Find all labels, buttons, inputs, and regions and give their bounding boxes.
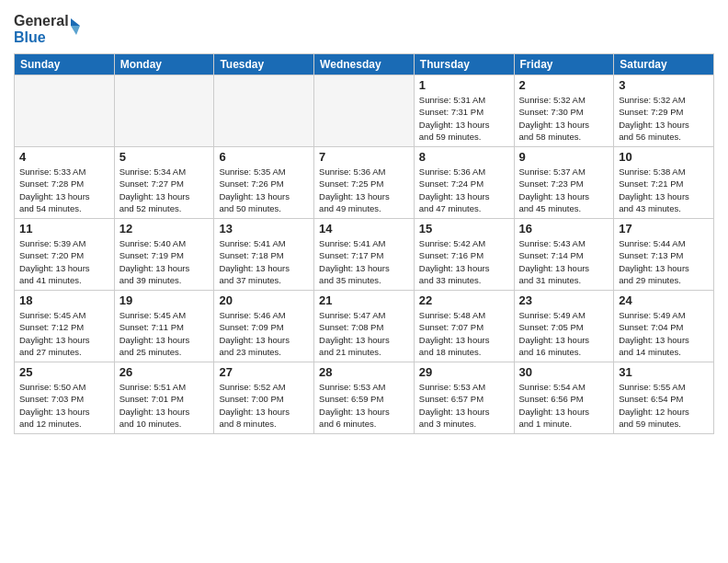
day-number: 7 — [319, 150, 409, 164]
day-info: Sunrise: 5:36 AM Sunset: 7:25 PM Dayligh… — [319, 166, 409, 214]
calendar-cell — [214, 75, 314, 147]
day-number: 31 — [619, 365, 709, 379]
day-number: 11 — [19, 222, 109, 236]
day-number: 21 — [319, 293, 409, 307]
calendar-cell: 1Sunrise: 5:31 AM Sunset: 7:31 PM Daylig… — [414, 75, 514, 147]
day-info: Sunrise: 5:41 AM Sunset: 7:18 PM Dayligh… — [219, 237, 309, 286]
calendar-cell: 10Sunrise: 5:38 AM Sunset: 7:21 PM Dayli… — [614, 147, 714, 219]
calendar-week-3: 11Sunrise: 5:39 AM Sunset: 7:20 PM Dayli… — [15, 219, 714, 291]
day-info: Sunrise: 5:41 AM Sunset: 7:17 PM Dayligh… — [319, 237, 409, 286]
calendar-cell: 25Sunrise: 5:50 AM Sunset: 7:03 PM Dayli… — [15, 362, 115, 434]
day-number: 19 — [119, 293, 210, 307]
calendar-cell: 3Sunrise: 5:32 AM Sunset: 7:29 PM Daylig… — [614, 75, 714, 147]
calendar-cell: 29Sunrise: 5:53 AM Sunset: 6:57 PM Dayli… — [414, 362, 514, 434]
day-number: 26 — [119, 365, 210, 379]
day-number: 8 — [419, 150, 509, 164]
calendar-cell — [314, 75, 415, 147]
day-info: Sunrise: 5:52 AM Sunset: 7:00 PM Dayligh… — [219, 381, 309, 430]
calendar-cell: 2Sunrise: 5:32 AM Sunset: 7:30 PM Daylig… — [514, 75, 614, 147]
day-info: Sunrise: 5:32 AM Sunset: 7:30 PM Dayligh… — [519, 94, 609, 143]
day-number: 29 — [419, 365, 509, 379]
day-number: 16 — [519, 222, 609, 236]
calendar-cell: 27Sunrise: 5:52 AM Sunset: 7:00 PM Dayli… — [214, 362, 314, 434]
day-number: 28 — [319, 365, 409, 379]
calendar-cell: 17Sunrise: 5:44 AM Sunset: 7:13 PM Dayli… — [614, 219, 714, 291]
weekday-header-thursday: Thursday — [414, 54, 514, 75]
day-info: Sunrise: 5:40 AM Sunset: 7:19 PM Dayligh… — [119, 237, 210, 286]
day-number: 10 — [619, 150, 709, 164]
calendar-cell: 11Sunrise: 5:39 AM Sunset: 7:20 PM Dayli… — [15, 219, 115, 291]
day-info: Sunrise: 5:54 AM Sunset: 6:56 PM Dayligh… — [519, 381, 609, 430]
day-number: 14 — [319, 222, 409, 236]
svg-marker-3 — [71, 26, 80, 35]
calendar-week-1: 1Sunrise: 5:31 AM Sunset: 7:31 PM Daylig… — [15, 75, 714, 147]
weekday-header-saturday: Saturday — [614, 54, 714, 75]
day-info: Sunrise: 5:39 AM Sunset: 7:20 PM Dayligh… — [19, 237, 109, 286]
day-number: 30 — [519, 365, 609, 379]
day-number: 23 — [519, 293, 609, 307]
day-number: 18 — [19, 293, 109, 307]
svg-text:General: General — [14, 13, 69, 29]
svg-marker-2 — [71, 18, 80, 26]
day-info: Sunrise: 5:32 AM Sunset: 7:29 PM Dayligh… — [619, 94, 709, 143]
day-info: Sunrise: 5:49 AM Sunset: 7:05 PM Dayligh… — [519, 309, 609, 358]
day-info: Sunrise: 5:34 AM Sunset: 7:27 PM Dayligh… — [119, 166, 210, 214]
calendar-cell: 23Sunrise: 5:49 AM Sunset: 7:05 PM Dayli… — [514, 291, 614, 362]
day-number: 17 — [619, 222, 709, 236]
calendar-cell: 4Sunrise: 5:33 AM Sunset: 7:28 PM Daylig… — [15, 147, 115, 219]
day-number: 5 — [119, 150, 210, 164]
calendar-cell: 18Sunrise: 5:45 AM Sunset: 7:12 PM Dayli… — [15, 291, 115, 362]
calendar-cell — [15, 75, 115, 147]
weekday-header-row: SundayMondayTuesdayWednesdayThursdayFrid… — [15, 54, 714, 75]
day-number: 1 — [419, 78, 509, 92]
calendar-week-5: 25Sunrise: 5:50 AM Sunset: 7:03 PM Dayli… — [15, 362, 714, 434]
day-number: 15 — [419, 222, 509, 236]
svg-text:Blue: Blue — [14, 29, 46, 45]
calendar-cell: 16Sunrise: 5:43 AM Sunset: 7:14 PM Dayli… — [514, 219, 614, 291]
day-info: Sunrise: 5:38 AM Sunset: 7:21 PM Dayligh… — [619, 166, 709, 214]
day-number: 6 — [219, 150, 309, 164]
day-info: Sunrise: 5:51 AM Sunset: 7:01 PM Dayligh… — [119, 381, 210, 430]
calendar-cell: 12Sunrise: 5:40 AM Sunset: 7:19 PM Dayli… — [114, 219, 214, 291]
page-header: GeneralBlue — [14, 9, 714, 46]
calendar-cell: 28Sunrise: 5:53 AM Sunset: 6:59 PM Dayli… — [314, 362, 415, 434]
day-number: 12 — [119, 222, 210, 236]
weekday-header-wednesday: Wednesday — [314, 54, 415, 75]
calendar-cell: 15Sunrise: 5:42 AM Sunset: 7:16 PM Dayli… — [414, 219, 514, 291]
day-info: Sunrise: 5:53 AM Sunset: 6:57 PM Dayligh… — [419, 381, 509, 430]
calendar-cell: 21Sunrise: 5:47 AM Sunset: 7:08 PM Dayli… — [314, 291, 415, 362]
calendar-cell: 7Sunrise: 5:36 AM Sunset: 7:25 PM Daylig… — [314, 147, 415, 219]
day-info: Sunrise: 5:48 AM Sunset: 7:07 PM Dayligh… — [419, 309, 509, 358]
day-number: 13 — [219, 222, 309, 236]
weekday-header-friday: Friday — [514, 54, 614, 75]
day-info: Sunrise: 5:45 AM Sunset: 7:11 PM Dayligh… — [119, 309, 210, 358]
day-info: Sunrise: 5:44 AM Sunset: 7:13 PM Dayligh… — [619, 237, 709, 286]
weekday-header-monday: Monday — [114, 54, 214, 75]
calendar-cell: 26Sunrise: 5:51 AM Sunset: 7:01 PM Dayli… — [114, 362, 214, 434]
day-number: 27 — [219, 365, 309, 379]
weekday-header-tuesday: Tuesday — [214, 54, 314, 75]
day-info: Sunrise: 5:33 AM Sunset: 7:28 PM Dayligh… — [19, 166, 109, 214]
day-number: 4 — [19, 150, 109, 164]
calendar-table: SundayMondayTuesdayWednesdayThursdayFrid… — [14, 53, 714, 434]
calendar-week-2: 4Sunrise: 5:33 AM Sunset: 7:28 PM Daylig… — [15, 147, 714, 219]
weekday-header-sunday: Sunday — [15, 54, 115, 75]
calendar-cell: 22Sunrise: 5:48 AM Sunset: 7:07 PM Dayli… — [414, 291, 514, 362]
logo-svg: GeneralBlue — [14, 9, 87, 46]
day-info: Sunrise: 5:35 AM Sunset: 7:26 PM Dayligh… — [219, 166, 309, 214]
calendar-cell: 20Sunrise: 5:46 AM Sunset: 7:09 PM Dayli… — [214, 291, 314, 362]
day-info: Sunrise: 5:43 AM Sunset: 7:14 PM Dayligh… — [519, 237, 609, 286]
day-number: 20 — [219, 293, 309, 307]
calendar-cell: 30Sunrise: 5:54 AM Sunset: 6:56 PM Dayli… — [514, 362, 614, 434]
day-number: 22 — [419, 293, 509, 307]
day-info: Sunrise: 5:49 AM Sunset: 7:04 PM Dayligh… — [619, 309, 709, 358]
day-info: Sunrise: 5:50 AM Sunset: 7:03 PM Dayligh… — [19, 381, 109, 430]
day-info: Sunrise: 5:37 AM Sunset: 7:23 PM Dayligh… — [519, 166, 609, 214]
calendar-cell: 19Sunrise: 5:45 AM Sunset: 7:11 PM Dayli… — [114, 291, 214, 362]
day-info: Sunrise: 5:46 AM Sunset: 7:09 PM Dayligh… — [219, 309, 309, 358]
calendar-cell: 13Sunrise: 5:41 AM Sunset: 7:18 PM Dayli… — [214, 219, 314, 291]
calendar-cell: 6Sunrise: 5:35 AM Sunset: 7:26 PM Daylig… — [214, 147, 314, 219]
day-number: 24 — [619, 293, 709, 307]
calendar-cell: 8Sunrise: 5:36 AM Sunset: 7:24 PM Daylig… — [414, 147, 514, 219]
calendar-cell: 24Sunrise: 5:49 AM Sunset: 7:04 PM Dayli… — [614, 291, 714, 362]
